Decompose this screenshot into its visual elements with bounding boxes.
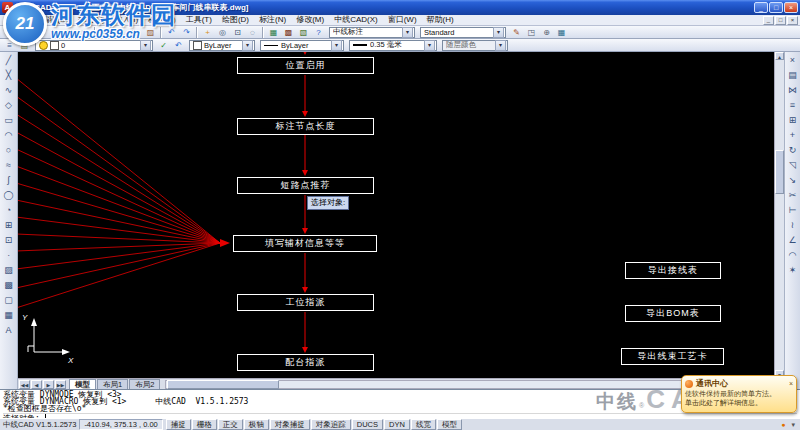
menu-item[interactable]: 修改(M) — [291, 15, 329, 25]
revision-cloud-icon[interactable]: ≈ — [2, 158, 16, 173]
make-layer-current-icon[interactable]: ✓ — [156, 39, 171, 52]
zoom-realtime-icon[interactable]: ◎ — [215, 26, 230, 39]
status-menu-arrow-icon[interactable]: ▾ — [789, 420, 797, 429]
menu-item[interactable]: 格式(O) — [143, 15, 181, 25]
chevron-down-icon[interactable]: ▾ — [493, 27, 504, 38]
plot-style-combo[interactable]: 随层颜色 ▾ — [442, 40, 508, 51]
copy-icon[interactable]: ▤ — [113, 26, 128, 39]
scroll-up-icon[interactable]: ▲ — [775, 52, 784, 60]
doc-restore-button[interactable]: □ — [775, 16, 786, 25]
lineweight-combo[interactable]: 0.35 毫米 ▾ — [349, 40, 437, 51]
menu-item[interactable]: 绘图(D) — [217, 15, 254, 25]
linetype-combo[interactable]: ByLayer ▾ — [260, 40, 344, 51]
layer-states-icon[interactable]: ▤ — [17, 39, 32, 52]
copy-object-icon[interactable]: ▤ — [786, 68, 800, 83]
layer-combo[interactable]: 0 ▾ — [35, 40, 153, 51]
coordinate-display[interactable]: -410.94, 375.13 , 0.00 — [79, 419, 162, 430]
menu-item[interactable]: 标注(N) — [254, 15, 291, 25]
menu-item[interactable]: 工具(T) — [181, 15, 217, 25]
layout-nav-button[interactable]: ▶▶ — [55, 380, 66, 389]
arc-icon[interactable]: ◠ — [2, 128, 16, 143]
plot-icon[interactable]: ⊟ — [47, 26, 62, 39]
comm-center-icon[interactable]: ● — [779, 420, 787, 429]
status-toggle[interactable]: 捕捉 — [166, 419, 191, 430]
flow-node[interactable]: 配台指派 — [237, 354, 374, 371]
array-icon[interactable]: ⊞ — [786, 113, 800, 128]
chevron-down-icon[interactable]: ▾ — [140, 40, 151, 51]
orbit-icon[interactable]: ⊕ — [539, 26, 554, 39]
export-node[interactable]: 导出接线表 — [625, 262, 721, 279]
undo-icon[interactable]: ↶ — [164, 26, 179, 39]
cut-icon[interactable]: ✂ — [98, 26, 113, 39]
minimize-button[interactable]: _ — [754, 2, 768, 13]
hatch-icon[interactable]: ▨ — [2, 263, 16, 278]
polygon-icon[interactable]: ◇ — [2, 98, 16, 113]
sheet-set-icon[interactable]: ▦ — [554, 26, 569, 39]
export-node[interactable]: 导出BOM表 — [625, 305, 721, 322]
construction-line-icon[interactable]: ╳ — [2, 68, 16, 83]
line-icon[interactable]: ╱ — [2, 53, 16, 68]
match-properties-icon[interactable]: ▨ — [143, 26, 158, 39]
flow-node[interactable]: 位置启用 — [237, 57, 374, 74]
menu-item[interactable]: 窗口(W) — [383, 15, 422, 25]
table-icon[interactable]: ▦ — [2, 308, 16, 323]
ellipse-arc-icon[interactable]: ◔ — [2, 203, 16, 218]
status-toggle[interactable]: 线宽 — [411, 419, 436, 430]
menu-item[interactable]: 中线CAD(X) — [329, 15, 383, 25]
menu-item[interactable]: 编辑(E) — [36, 15, 73, 25]
tool-palettes-icon[interactable]: ▧ — [296, 26, 311, 39]
redo-icon[interactable]: ↷ — [179, 26, 194, 39]
chevron-down-icon[interactable]: ▾ — [242, 40, 253, 51]
vertical-scrollbar[interactable]: ▲ ▼ — [774, 52, 784, 378]
layout-nav-button[interactable]: ◀ — [31, 380, 42, 389]
chevron-down-icon[interactable]: ▾ — [331, 40, 342, 51]
insert-block-icon[interactable]: ⊞ — [2, 218, 16, 233]
point-icon[interactable]: ∙ — [2, 248, 16, 263]
chevron-down-icon[interactable]: ▾ — [495, 40, 506, 51]
open-icon[interactable]: ◱ — [17, 26, 32, 39]
layout-tab[interactable]: 模型 — [69, 379, 96, 390]
stretch-icon[interactable]: ↘ — [786, 173, 800, 188]
status-toggle[interactable]: 对象捕捉 — [270, 419, 310, 430]
erase-icon[interactable]: × — [786, 53, 800, 68]
popup-body-line2[interactable]: 单击此处了解详细信息。 — [685, 399, 793, 407]
export-node[interactable]: 导出线束工艺卡 — [621, 348, 724, 365]
region-icon[interactable]: ▢ — [2, 293, 16, 308]
zoom-window-icon[interactable]: ⊡ — [230, 26, 245, 39]
designcenter-icon[interactable]: ▩ — [281, 26, 296, 39]
rotate-icon[interactable]: ↻ — [786, 143, 800, 158]
vertical-scroll-thumb[interactable] — [775, 150, 784, 194]
new-icon[interactable]: ▢ — [2, 26, 17, 39]
circle-icon[interactable]: ○ — [2, 143, 16, 158]
flow-node[interactable]: 填写辅材信息等等 — [233, 235, 377, 252]
offset-icon[interactable]: ≡ — [786, 98, 800, 113]
save-icon[interactable]: ▣ — [32, 26, 47, 39]
status-toggle[interactable]: DYN — [384, 419, 410, 430]
spline-icon[interactable]: ʃ — [2, 173, 16, 188]
ellipse-icon[interactable]: ◯ — [2, 188, 16, 203]
color-combo[interactable]: ByLayer ▾ — [189, 40, 255, 51]
rectangle-icon[interactable]: ▭ — [2, 113, 16, 128]
chevron-down-icon[interactable]: ▾ — [402, 27, 413, 38]
status-toggle[interactable]: 正交 — [218, 419, 243, 430]
plot-preview-icon[interactable]: ◫ — [62, 26, 77, 39]
drawing-canvas[interactable]: YX 选择对象: 位置启用标注节点长度短路点推荐填写辅材信息等等工位指派配台指派… — [18, 52, 774, 378]
layer-previous-icon[interactable]: ↶ — [171, 39, 186, 52]
properties-icon[interactable]: ▦ — [266, 26, 281, 39]
fillet-icon[interactable]: ◠ — [786, 248, 800, 263]
text-style-combo[interactable]: Standard ▾ — [420, 27, 506, 38]
status-toggle[interactable]: 栅格 — [192, 419, 217, 430]
dim-style-combo[interactable]: 中线标注 ▾ — [329, 27, 415, 38]
flow-node[interactable]: 短路点推荐 — [237, 177, 374, 194]
help-icon[interactable]: ? — [311, 26, 326, 39]
make-block-icon[interactable]: ⊡ — [2, 233, 16, 248]
layout-nav-button[interactable]: ◀◀ — [19, 380, 30, 389]
trim-icon[interactable]: ✂ — [786, 188, 800, 203]
layout-nav-button[interactable]: ▶ — [43, 380, 54, 389]
horizontal-scroll-thumb[interactable] — [167, 380, 279, 389]
paste-icon[interactable]: ▥ — [128, 26, 143, 39]
publish-icon[interactable]: ⊞ — [77, 26, 92, 39]
menu-item[interactable]: 视图(V) — [73, 15, 110, 25]
status-toggle[interactable]: 模型 — [437, 419, 462, 430]
mirror-icon[interactable]: ⋈ — [786, 83, 800, 98]
